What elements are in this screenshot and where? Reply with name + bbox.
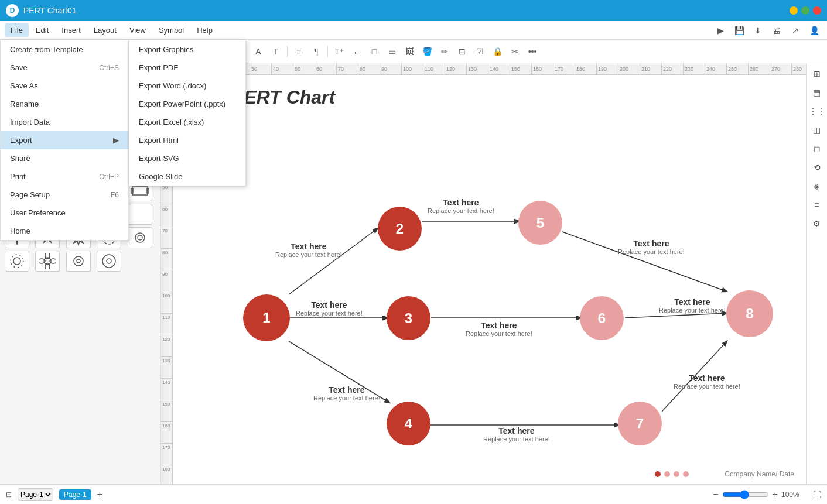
right-panel-btn-9[interactable]: ⚙ (809, 215, 825, 232)
shape-blank[interactable] (128, 204, 152, 225)
crop-button[interactable]: ✂ (507, 43, 523, 60)
menu-file[interactable]: File (5, 23, 29, 37)
node-3[interactable]: 3 (387, 296, 430, 340)
export-excel[interactable]: Export Excel (.xlsx) (129, 113, 245, 131)
svg-line-52 (625, 313, 727, 318)
label-3-6: Text here Replace your text here! (466, 321, 532, 337)
menu-help[interactable]: Help (191, 23, 218, 37)
ruler-mark-v: 180 (161, 465, 172, 484)
node-7[interactable]: 7 (618, 402, 662, 445)
file-menu-user-preference[interactable]: User Preference (1, 204, 128, 222)
file-menu-print[interactable]: Print Ctrl+P (1, 167, 128, 186)
text-style-button[interactable]: T⁺ (331, 43, 347, 60)
fill-button[interactable]: 🪣 (419, 43, 435, 60)
shape-asterisk[interactable] (97, 251, 121, 272)
right-panel-btn-7[interactable]: ◈ (809, 178, 825, 194)
page-select[interactable]: Page-1 (18, 488, 53, 501)
label-1-2: Text here Replace your text here! (275, 242, 342, 258)
menu-symbol[interactable]: Symbol (153, 23, 190, 37)
image-button[interactable]: 🖼 (401, 43, 418, 60)
node-6[interactable]: 6 (580, 296, 624, 340)
font-color-button[interactable]: A (250, 43, 266, 60)
ruler-mark: 50 (293, 63, 315, 75)
file-menu-import-data[interactable]: Import Data (1, 113, 128, 131)
ruler-mark: 170 (553, 63, 575, 75)
line-button[interactable]: ✏ (436, 43, 453, 60)
pert-arrows (173, 75, 806, 484)
check-button[interactable]: ☑ (471, 43, 488, 60)
border-button[interactable]: ⊟ (454, 43, 470, 60)
text-button[interactable]: T (268, 43, 284, 60)
file-menu-export[interactable]: Export ▶ (1, 131, 128, 149)
zoom-slider[interactable] (722, 490, 769, 499)
file-menu-page-setup[interactable]: Page Setup F6 (1, 186, 128, 204)
right-panel-btn-8[interactable]: ≡ (809, 197, 825, 213)
right-panel-btn-5[interactable]: ◻ (809, 140, 825, 157)
file-menu-save[interactable]: Save Ctrl+S (1, 59, 128, 77)
shape-sun[interactable] (5, 251, 29, 272)
export-graphics[interactable]: Export Graphics (129, 40, 245, 59)
right-panel-btn-3[interactable]: ⋮⋮ (809, 103, 825, 119)
node-4[interactable]: 4 (387, 402, 430, 445)
minimize-button[interactable] (790, 6, 798, 15)
print-button[interactable]: 🖨 (768, 22, 785, 39)
svg-point-34 (13, 258, 20, 265)
ruler-marks: 0 10 20 30 40 50 60 70 80 90 100 110 120… (184, 63, 806, 75)
shape-button[interactable]: □ (366, 43, 382, 60)
menu-view[interactable]: View (124, 23, 152, 37)
connector-button[interactable]: ⌐ (348, 43, 365, 60)
ruler-mark-v: 60 (161, 205, 172, 227)
zoom-out-button[interactable]: − (713, 489, 718, 500)
close-button[interactable] (813, 6, 821, 15)
fullscreen-button[interactable]: ⛶ (813, 490, 821, 499)
shape-cog[interactable] (66, 251, 91, 272)
menu-edit[interactable]: Edit (30, 23, 54, 37)
shape-gear[interactable] (128, 227, 152, 248)
file-menu-share[interactable]: Share (1, 149, 128, 167)
svg-point-41 (74, 256, 83, 266)
export-powerpoint[interactable]: Export PowerPoint (.pptx) (129, 95, 245, 113)
file-menu-create-template[interactable]: Create from Template (1, 40, 128, 59)
maximize-button[interactable] (801, 6, 809, 15)
ruler-mark: 260 (748, 63, 770, 75)
zoom-in-button[interactable]: + (773, 489, 778, 500)
node-5[interactable]: 5 (518, 201, 562, 245)
node-2[interactable]: 2 (378, 207, 422, 251)
export-pdf[interactable]: Export PDF (129, 59, 245, 77)
right-panel-btn-2[interactable]: ▤ (809, 84, 825, 101)
align-left-button[interactable]: ≡ (291, 43, 307, 60)
ruler-mark-v: 70 (161, 227, 172, 248)
company-label: Company Name/ Date (725, 470, 794, 478)
file-menu-home[interactable]: Home (1, 222, 128, 240)
node-1[interactable]: 1 (243, 294, 290, 341)
ruler-mark-v: 160 (161, 421, 172, 443)
lock-button[interactable]: 🔒 (489, 43, 505, 60)
ruler-mark-v: 90 (161, 270, 172, 292)
paragraph-button[interactable]: ¶ (308, 43, 324, 60)
right-panel-btn-6[interactable]: ⟲ (809, 159, 825, 176)
canvas-content[interactable]: PERT Chart (173, 75, 806, 484)
shape-flower[interactable] (35, 251, 60, 272)
pert-chart-title: PERT Chart (231, 87, 335, 108)
menu-insert[interactable]: Insert (56, 23, 87, 37)
export-svg[interactable]: Export SVG (129, 149, 245, 167)
file-menu-save-as[interactable]: Save As (1, 77, 128, 95)
right-panel-btn-4[interactable]: ◫ (809, 122, 825, 138)
export-word[interactable]: Export Word (.docx) (129, 77, 245, 95)
present-button[interactable]: ▶ (712, 22, 729, 39)
ruler-mark: 230 (683, 63, 705, 75)
share-button[interactable]: ↗ (787, 22, 804, 39)
add-page-button[interactable]: + (97, 489, 102, 500)
shape2-button[interactable]: ▭ (384, 43, 400, 60)
file-menu-rename[interactable]: Rename (1, 95, 128, 113)
download-button[interactable]: ⬇ (750, 22, 766, 39)
export-html[interactable]: Export Html (129, 131, 245, 149)
save-cloud-button[interactable]: 💾 (731, 22, 747, 39)
more-button[interactable]: ••• (524, 43, 541, 60)
export-google-slide[interactable]: Google Slide (129, 167, 245, 186)
right-panel-btn-1[interactable]: ⊞ (809, 66, 825, 82)
settings-button[interactable]: 👤 (806, 22, 822, 39)
node-8[interactable]: 8 (726, 290, 773, 337)
menu-layout[interactable]: Layout (88, 23, 122, 37)
page-dots (655, 471, 689, 477)
